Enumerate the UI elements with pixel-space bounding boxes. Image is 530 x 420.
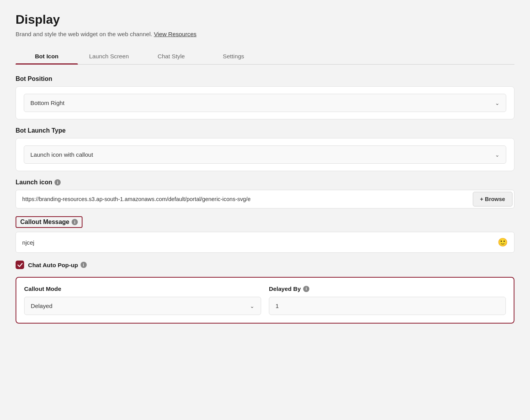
bot-launch-type-select-wrapper[interactable]: Launch icon with callout ⌄ [24,145,506,164]
checkmark-icon [18,262,23,268]
callout-mode-col-label: Callout Mode [24,285,261,292]
tab-launch-screen[interactable]: Launch Screen [78,48,140,64]
bot-launch-type-block: Launch icon with callout ⌄ [16,138,514,171]
chevron-down-icon: ⌄ [495,152,500,158]
browse-button[interactable]: + Browse [473,192,512,206]
chat-auto-popup-info-icon: i [81,262,87,268]
callout-message-section: Callout Message i 🙂 [16,216,514,253]
bot-launch-type-value: Launch icon with callout [30,151,93,158]
callout-mode-select[interactable]: Delayed ⌄ [24,297,261,315]
callout-message-info-icon: i [72,219,78,225]
callout-mode-col: Callout Mode Delayed ⌄ [24,285,261,315]
launch-icon-input-row: + Browse [16,190,514,208]
callout-message-label-box: Callout Message i [16,216,82,228]
callout-mode-grid: Callout Mode Delayed ⌄ Delayed By i [24,285,506,315]
delayed-by-input[interactable] [269,297,506,315]
chevron-down-icon: ⌄ [250,303,254,309]
bot-position-select-wrapper[interactable]: Bottom Right ⌄ [24,94,506,112]
chat-auto-popup-label: Chat Auto Pop-up i [28,262,87,268]
page-subtitle: Brand and style the web widget on the we… [16,31,514,37]
tab-settings[interactable]: Settings [202,48,265,64]
delayed-by-col: Delayed By i [269,285,506,315]
launch-icon-info-icon: i [54,179,61,186]
launch-icon-label: Launch icon i [16,179,514,186]
chat-auto-popup-checkbox[interactable] [16,261,24,269]
callout-mode-select-wrapper[interactable]: Delayed ⌄ [24,297,261,315]
callout-mode-box: Callout Mode Delayed ⌄ Delayed By i [16,277,514,324]
bot-position-select[interactable]: Bottom Right ⌄ [24,94,506,112]
chevron-down-icon: ⌄ [495,100,500,106]
bot-launch-type-select[interactable]: Launch icon with callout ⌄ [24,145,506,164]
bot-position-value: Bottom Right [30,100,65,106]
callout-message-label: Callout Message [20,219,69,226]
callout-message-input[interactable] [22,239,498,246]
bot-launch-type-label: Bot Launch Type [16,127,514,134]
launch-icon-url-input[interactable] [22,192,469,206]
delayed-by-col-label: Delayed By i [269,285,506,292]
callout-mode-value: Delayed [31,303,53,309]
tabs-bar: Bot Icon Launch Screen Chat Style Settin… [16,48,514,65]
tab-chat-style[interactable]: Chat Style [140,48,202,64]
emoji-picker-icon[interactable]: 🙂 [498,238,508,247]
page-title: Display [16,12,514,27]
bot-position-label: Bot Position [16,75,514,82]
launch-icon-section: Launch icon i + Browse [16,179,514,208]
bot-position-block: Bottom Right ⌄ [16,86,514,119]
delayed-by-info-icon: i [303,286,309,292]
view-resources-link[interactable]: View Resources [154,31,196,37]
chat-auto-popup-row: Chat Auto Pop-up i [16,261,514,269]
tab-bot-icon[interactable]: Bot Icon [16,48,78,64]
callout-message-input-row: 🙂 [16,232,514,253]
